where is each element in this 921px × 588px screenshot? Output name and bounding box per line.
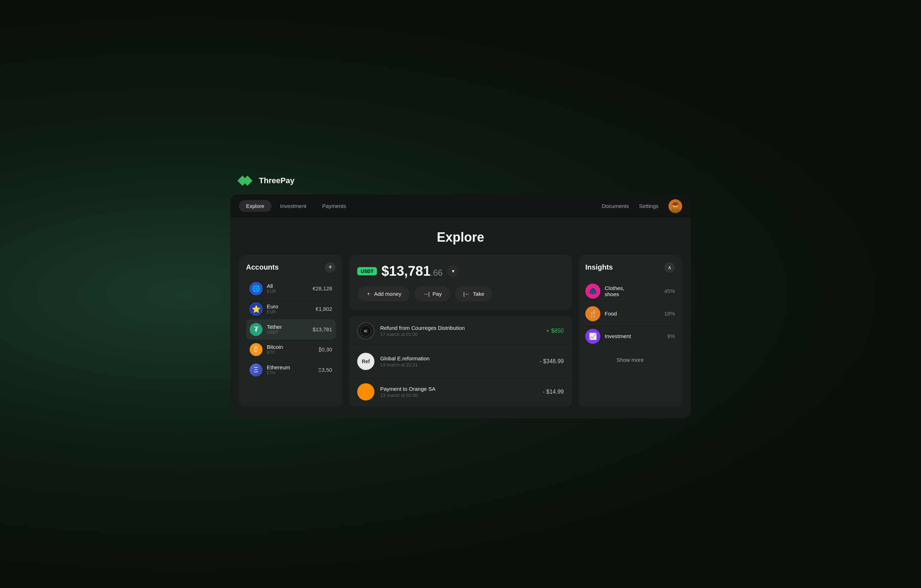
transaction-item-tx2[interactable]: Ref Global E.reformation 14 march at 22:… xyxy=(348,346,573,377)
insight-item-food[interactable]: 🍴 Food 18% xyxy=(585,302,675,325)
nav-documents[interactable]: Documents xyxy=(602,203,629,209)
account-name-bitcoin: Bitcoin xyxy=(267,344,314,350)
account-balance-ethereum: Ξ3,50 xyxy=(318,367,332,373)
tx-amount-tx3: - $14.99 xyxy=(543,389,564,395)
tx-icon-tx2: Ref xyxy=(357,353,374,370)
account-balance-tether: $13,781 xyxy=(313,326,332,332)
insight-pct-investment: 9% xyxy=(667,333,675,339)
tx-date-tx3: 13 march at 01:00 xyxy=(380,393,537,398)
pay-button[interactable]: →| Pay xyxy=(414,286,451,302)
tx-amount-tx1: + $850 xyxy=(546,328,564,334)
balance-dropdown-button[interactable]: ▾ xyxy=(447,265,459,277)
account-sub-ethereum: ETH xyxy=(267,370,314,375)
insights-collapse-button[interactable]: ∧ xyxy=(664,262,675,273)
account-info-ethereum: Ethereum ETH xyxy=(267,364,314,375)
account-name-euro: Euro xyxy=(267,303,311,309)
action-buttons: ＋ Add money →| Pay |← Take xyxy=(357,286,564,302)
accounts-title: Accounts xyxy=(246,263,279,271)
tx-name-tx3: Payment to Orange SA xyxy=(380,386,537,392)
balance-main: $13,781 xyxy=(381,263,430,279)
tab-payments[interactable]: Payments xyxy=(315,200,353,212)
add-money-label: Add money xyxy=(374,291,401,297)
tx-name-tx2: Global E.reformation xyxy=(380,355,534,361)
take-button[interactable]: |← Take xyxy=(455,286,493,302)
account-icon-tether: ₮ xyxy=(250,323,262,336)
balance-row: USDT $13,781.66 ▾ xyxy=(357,263,564,279)
nav-settings[interactable]: Settings xyxy=(639,203,659,209)
avatar[interactable] xyxy=(669,199,682,213)
account-name-all: All xyxy=(267,283,308,289)
account-item-tether[interactable]: ₮ Tether USDT $13,781 xyxy=(246,319,336,339)
account-info-all: All EUR xyxy=(267,283,308,294)
account-sub-tether: USDT xyxy=(267,330,308,335)
take-label: Take xyxy=(473,291,485,297)
account-sub-bitcoin: BTC xyxy=(267,350,314,355)
insights-header: Insights ∧ xyxy=(585,262,675,273)
account-icon-ethereum: Ξ xyxy=(250,364,262,377)
insight-icon-food: 🍴 xyxy=(585,306,600,321)
insight-label-food: Food xyxy=(605,310,660,317)
balance-panel: USDT $13,781.66 ▾ ＋ Add money xyxy=(348,255,573,310)
svg-text:RC: RC xyxy=(364,330,368,333)
columns: Accounts + 🌐 All EUR €28,128 ⭐ Euro EUR … xyxy=(239,255,682,407)
tx-icon-tx1: RC xyxy=(357,322,374,339)
tab-explore[interactable]: Explore xyxy=(239,200,272,212)
insight-pct-food: 18% xyxy=(664,310,675,317)
account-sub-euro: EUR xyxy=(267,309,311,314)
account-name-tether: Tether xyxy=(267,324,308,330)
account-balance-euro: €1,802 xyxy=(316,306,332,312)
balance-cents: .66 xyxy=(431,268,443,278)
take-icon: |← xyxy=(464,291,470,297)
logo-icon xyxy=(239,176,255,186)
nav-right: Documents Settings xyxy=(602,199,682,213)
account-item-ethereum[interactable]: Ξ Ethereum ETH Ξ3,50 xyxy=(246,360,336,380)
pay-label: Pay xyxy=(433,291,442,297)
tx-name-tx1: Refund from Courreges Distribution xyxy=(380,325,540,331)
insight-item-investment[interactable]: 📈 Investment 9% xyxy=(585,325,675,348)
add-account-button[interactable]: + xyxy=(325,262,336,273)
transactions-list: RC Refund from Courreges Distribution 17… xyxy=(348,316,573,407)
content: Explore Accounts + 🌐 All EUR €28,128 ⭐ E… xyxy=(230,218,691,418)
tx-info-tx1: Refund from Courreges Distribution 17 ma… xyxy=(380,325,540,337)
insight-item-clothes[interactable]: 🧥 Clothes,shoes 45% xyxy=(585,280,675,302)
add-money-icon: ＋ xyxy=(366,291,371,297)
tx-date-tx2: 14 march at 22:21 xyxy=(380,362,534,367)
insight-icon-investment: 📈 xyxy=(585,329,600,344)
account-item-all[interactable]: 🌐 All EUR €28,128 xyxy=(246,279,336,299)
accounts-list: 🌐 All EUR €28,128 ⭐ Euro EUR €1,802 ₮ Te… xyxy=(246,279,336,380)
account-balance-bitcoin: ₿0,30 xyxy=(319,346,332,352)
tab-investment[interactable]: Investment xyxy=(273,200,314,212)
main-card: Explore Investment Payments Documents Se… xyxy=(230,194,691,418)
page-title: Explore xyxy=(239,230,682,245)
tx-info-tx2: Global E.reformation 14 march at 22:21 xyxy=(380,355,534,367)
insights-panel: Insights ∧ 🧥 Clothes,shoes 45% 🍴 Food 18… xyxy=(578,255,682,407)
accounts-panel: Accounts + 🌐 All EUR €28,128 ⭐ Euro EUR … xyxy=(239,255,343,407)
account-item-euro[interactable]: ⭐ Euro EUR €1,802 xyxy=(246,299,336,319)
currency-badge: USDT xyxy=(357,267,377,275)
show-more-button[interactable]: Show more xyxy=(585,353,675,366)
account-balance-all: €28,128 xyxy=(313,285,332,291)
transaction-item-tx1[interactable]: RC Refund from Courreges Distribution 17… xyxy=(348,316,573,346)
top-bar: ThreePay xyxy=(230,170,691,192)
insights-title: Insights xyxy=(585,263,613,271)
balance-amount: $13,781.66 xyxy=(381,263,443,279)
account-info-tether: Tether USDT xyxy=(267,324,308,335)
pay-icon: →| xyxy=(423,291,430,297)
account-icon-euro: ⭐ xyxy=(250,303,262,315)
account-icon-all: 🌐 xyxy=(250,282,262,295)
logo-area: ThreePay xyxy=(239,176,295,186)
nav-tabs: Explore Investment Payments xyxy=(239,200,602,212)
account-sub-all: EUR xyxy=(267,289,308,294)
app-name: ThreePay xyxy=(259,176,295,185)
tx-amount-tx2: - $348.99 xyxy=(539,358,564,365)
account-info-euro: Euro EUR xyxy=(267,303,311,314)
insight-icon-clothes: 🧥 xyxy=(585,284,600,299)
add-money-button[interactable]: ＋ Add money xyxy=(357,286,410,302)
accounts-header: Accounts + xyxy=(246,262,336,273)
account-info-bitcoin: Bitcoin BTC xyxy=(267,344,314,355)
insight-label-clothes: Clothes,shoes xyxy=(605,285,660,297)
transaction-item-tx3[interactable]: Payment to Orange SA 13 march at 01:00 -… xyxy=(348,377,573,407)
insight-label-investment: Investment xyxy=(605,333,663,339)
account-item-bitcoin[interactable]: ₿ Bitcoin BTC ₿0,30 xyxy=(246,339,336,360)
account-name-ethereum: Ethereum xyxy=(267,364,314,370)
